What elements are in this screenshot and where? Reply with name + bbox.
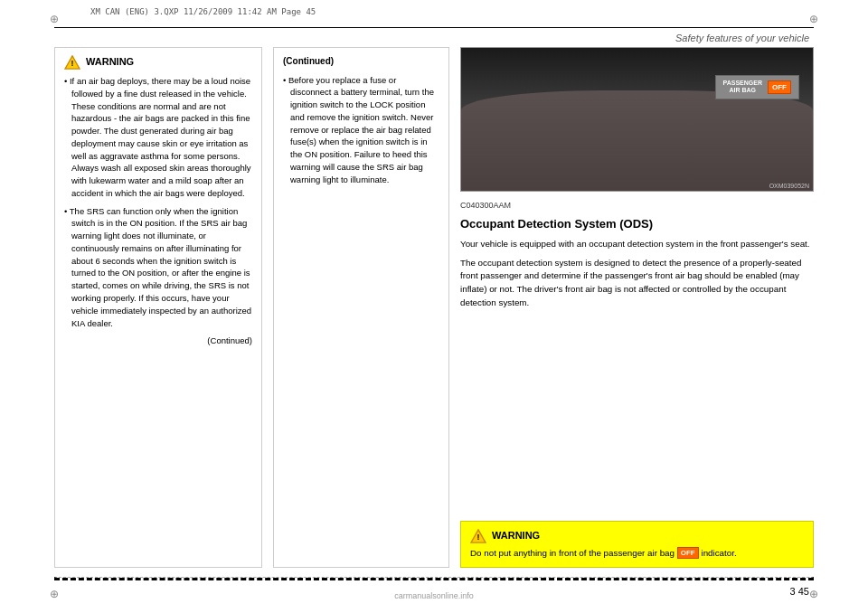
warning-bottom-text-after: indicator.: [699, 548, 737, 558]
off-inline-badge: OFF: [677, 547, 699, 559]
warning-text-bottom: Do not put anything in front of the pass…: [470, 547, 804, 560]
oxm-label: OXM039052N: [769, 183, 809, 189]
header-line: [54, 27, 814, 28]
off-badge: OFF: [768, 80, 791, 94]
ods-section: Occupant Detection System (ODS) Your veh…: [460, 217, 814, 514]
right-column: PASSENGER AIR BAG OFF OXM039052N C040300…: [460, 47, 814, 568]
svg-text:!: !: [477, 533, 480, 542]
continued-item-1: Before you replace a fuse or disconnect …: [283, 74, 439, 186]
warning-box-left: ! WARNING If an air bag deploys, there m…: [54, 47, 262, 568]
file-meta: XM CAN (ENG) 3.QXP 11/26/2009 11:42 AM P…: [90, 7, 316, 16]
warning-title-left: WARNING: [86, 55, 134, 70]
page-container: XM CAN (ENG) 3.QXP 11/26/2009 11:42 AM P…: [0, 0, 868, 613]
ods-paragraph-2: The occupant detection system is designe…: [460, 257, 814, 310]
c040-label: C040300AAM: [460, 201, 814, 210]
continued-box: (Continued) Before you replace a fuse or…: [273, 47, 449, 568]
corner-mark-tr: ⊕: [809, 13, 818, 25]
continued-header: (Continued): [283, 55, 439, 69]
warning-triangle-icon: !: [64, 55, 80, 70]
main-content: ! WARNING If an air bag deploys, there m…: [54, 47, 814, 568]
continued-label-left: (Continued): [64, 335, 252, 347]
warning-item-1: If an air bag deploys, there may be a lo…: [64, 75, 252, 200]
warning-box-bottom: ! WARNING Do not put anything in front o…: [460, 521, 814, 568]
corner-mark-br: ⊕: [809, 588, 818, 600]
dashboard-sim: PASSENGER AIR BAG OFF OXM039052N: [461, 48, 813, 191]
continued-text: Before you replace a fuse or disconnect …: [283, 74, 439, 186]
passenger-airbag-label: PASSENGER AIR BAG: [723, 80, 762, 95]
airbag-indicator-box: PASSENGER AIR BAG OFF: [715, 75, 799, 99]
warning-bottom-text-before: Do not put anything in front of the pass…: [470, 548, 677, 558]
warning-title-bottom: WARNING: [492, 529, 540, 543]
svg-text:!: !: [71, 59, 74, 68]
page-number: 3 45: [790, 586, 809, 597]
page-title: Safety features of your vehicle: [675, 33, 809, 43]
watermark: carmanualsonline.info: [394, 591, 474, 600]
warning-header-bottom: ! WARNING: [470, 529, 804, 543]
ods-title: Occupant Detection System (ODS): [460, 217, 814, 232]
warning-header-left: ! WARNING: [64, 55, 252, 70]
corner-mark-bl: ⊕: [50, 588, 59, 600]
warning-triangle-bottom-icon: !: [470, 529, 486, 543]
footer-line: [54, 577, 814, 580]
corner-mark-tl: ⊕: [50, 13, 59, 25]
car-image-box: PASSENGER AIR BAG OFF OXM039052N: [460, 47, 814, 192]
ods-paragraph-1: Your vehicle is equipped with an occupan…: [460, 238, 814, 251]
warning-text-left: If an air bag deploys, there may be a lo…: [64, 75, 252, 347]
dash-panel: [461, 90, 813, 191]
warning-item-2: The SRS can function only when the ignit…: [64, 205, 252, 330]
